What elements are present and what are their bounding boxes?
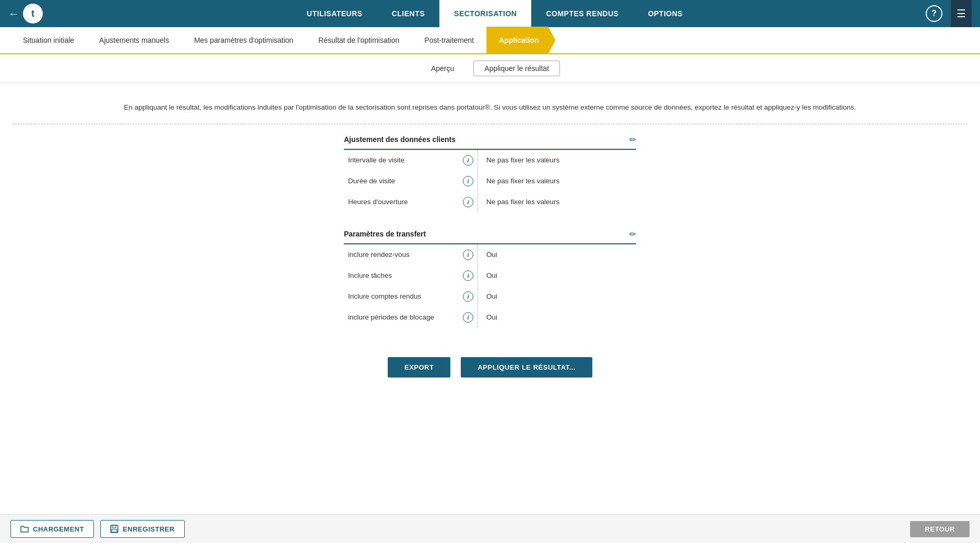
row1-value: Ne pas fixer les valeurs — [478, 150, 637, 171]
nav-items: UTILISATEURS CLIENTS SECTORISATION COMPT… — [64, 0, 926, 27]
row7-info-icon[interactable]: i — [459, 307, 478, 328]
menu-button[interactable]: ☰ — [951, 0, 972, 27]
section-ajustement-clients: Ajustement des données clients ✏ Interva… — [344, 135, 636, 213]
sub-navigation: Situation initiale Ajustements manuels M… — [0, 27, 980, 54]
row4-info-icon[interactable]: i — [459, 244, 478, 265]
nav-comptes-rendus[interactable]: COMPTES RENDUS — [531, 0, 633, 27]
tab-situation-initiale[interactable]: Situation initiale — [10, 27, 87, 54]
logo: t — [23, 4, 43, 23]
section-parametres-transfert: Paramètres de transfert ✏ inclure rendez… — [344, 229, 636, 328]
table-row: Heures d'ouverture i Ne pas fixer les va… — [344, 192, 636, 213]
row5-label: Inclure tâches — [344, 265, 459, 286]
table-row: Durée de visite i Ne pas fixer les valeu… — [344, 171, 636, 192]
table-row: Inclure tâches i Oui — [344, 265, 636, 286]
nav-options[interactable]: OPTIONS — [634, 0, 698, 27]
export-button[interactable]: EXPORT — [388, 357, 450, 377]
apply-result-button[interactable]: APPLIQUER LE RÉSULTAT... — [461, 357, 592, 377]
action-buttons: EXPORT APPLIQUER LE RÉSULTAT... — [13, 345, 967, 388]
section2-edit-icon[interactable]: ✏ — [629, 229, 636, 239]
tab-parametres-optimisation[interactable]: Mes paramètres d'optimisation — [182, 27, 306, 54]
nav-clients[interactable]: CLIENTS — [377, 0, 439, 27]
retour-button[interactable]: RETOUR — [910, 521, 970, 537]
section1-table: Intervalle de visite i Ne pas fixer les … — [344, 150, 636, 213]
row5-value: Oui — [478, 265, 637, 286]
tab-appliquer-resultat[interactable]: Appliquer le résultat — [473, 61, 560, 76]
tab-apercu[interactable]: Aperçu — [420, 61, 465, 76]
svg-rect-2 — [112, 529, 117, 532]
help-button[interactable]: ? — [926, 5, 942, 22]
back-button[interactable]: ← — [8, 8, 19, 20]
enregistrer-button[interactable]: ENREGISTRER — [100, 520, 184, 538]
section2-table: inclure rendez-vous i Oui Inclure tâches… — [344, 244, 636, 328]
main-scroll-area: En appliquant le résultat, les modificat… — [0, 83, 980, 514]
row2-label: Durée de visite — [344, 171, 459, 192]
info-description: En appliquant le résultat, les modificat… — [13, 93, 967, 124]
row6-info-icon[interactable]: i — [459, 286, 478, 307]
nav-sectorisation[interactable]: SECTORISATION — [439, 0, 531, 27]
row6-label: Inclure comptes rendus — [344, 286, 459, 307]
bottom-bar: CHARGEMENT ENREGISTRER RETOUR — [0, 514, 980, 543]
row1-label: Intervalle de visite — [344, 150, 459, 171]
row6-value: Oui — [478, 286, 637, 307]
row3-label: Heures d'ouverture — [344, 192, 459, 213]
tab-resultat-optimisation[interactable]: Résultat de l'optimisation — [306, 27, 412, 54]
table-row: inclure périodes de blocage i Oui — [344, 307, 636, 328]
row3-value: Ne pas fixer les valeurs — [478, 192, 637, 213]
nav-right-actions: ? ☰ — [926, 0, 972, 27]
nav-utilisateurs[interactable]: UTILISATEURS — [292, 0, 377, 27]
view-tabs: Aperçu Appliquer le résultat — [0, 54, 980, 83]
folder-icon — [20, 525, 29, 533]
table-row: Intervalle de visite i Ne pas fixer les … — [344, 150, 636, 171]
section2-title: Paramètres de transfert — [344, 230, 426, 238]
row2-value: Ne pas fixer les valeurs — [478, 171, 637, 192]
tab-application[interactable]: Application — [486, 27, 555, 54]
section1-header: Ajustement des données clients ✏ — [344, 135, 636, 150]
section1-title: Ajustement des données clients — [344, 135, 456, 144]
table-row: inclure rendez-vous i Oui — [344, 244, 636, 265]
save-icon — [110, 525, 118, 533]
row1-info-icon[interactable]: i — [459, 150, 478, 171]
row7-label: inclure périodes de blocage — [344, 307, 459, 328]
top-navigation: ← t UTILISATEURS CLIENTS SECTORISATION C… — [0, 0, 980, 27]
section1-edit-icon[interactable]: ✏ — [629, 135, 636, 145]
chargement-button[interactable]: CHARGEMENT — [10, 520, 94, 538]
row5-info-icon[interactable]: i — [459, 265, 478, 286]
row7-value: Oui — [478, 307, 637, 328]
row4-value: Oui — [478, 244, 637, 265]
tab-ajustements-manuels[interactable]: Ajustements manuels — [87, 27, 182, 54]
section2-header: Paramètres de transfert ✏ — [344, 229, 636, 244]
row3-info-icon[interactable]: i — [459, 192, 478, 213]
row2-info-icon[interactable]: i — [459, 171, 478, 192]
main-content: En appliquant le résultat, les modificat… — [0, 83, 980, 398]
table-row: Inclure comptes rendus i Oui — [344, 286, 636, 307]
tab-post-traitement[interactable]: Post-traitement — [412, 27, 486, 54]
row4-label: inclure rendez-vous — [344, 244, 459, 265]
